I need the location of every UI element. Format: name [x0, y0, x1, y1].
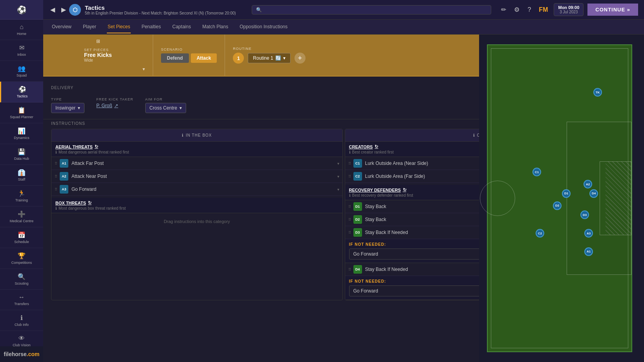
set-pieces-name: Free Kicks — [84, 52, 112, 58]
tactics-icon: ⚽ — [18, 86, 26, 93]
schedule-label: Schedule — [14, 240, 29, 244]
subnav-item-match-plans[interactable]: Match Plans — [201, 21, 229, 33]
player-token-tk[interactable]: TK — [593, 88, 602, 97]
aerial-label-a1: Attack Far Post — [71, 161, 335, 166]
club-icon: ⬡ — [69, 4, 81, 16]
routine-controls: 1 Routine 1 🔄 ▾ + — [233, 53, 510, 64]
taker-link-icon: ↗ — [114, 103, 118, 108]
drag-handle[interactable]: ⠿ — [348, 174, 351, 179]
competitions-label: Competitions — [11, 261, 32, 265]
player-token-a2d4[interactable]: A2 — [584, 180, 592, 188]
aerial-threats-label: AERIAL THREATS ↻ — [55, 144, 338, 149]
player-token-a1[interactable]: A1 — [584, 247, 593, 256]
player-token-c1[interactable]: C1 — [532, 168, 541, 176]
routine-name-button[interactable]: Routine 1 🔄 ▾ — [248, 53, 290, 63]
sidebar-item-scouting[interactable]: 🔍Scouting — [0, 269, 43, 290]
staff-label: Staff — [18, 177, 25, 181]
sidebar-item-inbox[interactable]: ✉Inbox — [0, 40, 43, 61]
sidebar-item-staff[interactable]: 👔Staff — [0, 165, 43, 186]
set-pieces-dropdown-arrow[interactable]: ▾ — [143, 66, 145, 72]
scenario-section: SCENARIO Defend Attack — [153, 35, 225, 76]
set-pieces-info: SET PIECES Free Kicks Wide — [84, 48, 112, 62]
drag-handle[interactable]: ⠿ — [55, 174, 57, 179]
sidebar-item-data-hub[interactable]: 💾Data Hub — [0, 144, 43, 165]
type-select[interactable]: Inswinger ▾ — [51, 103, 84, 113]
help-icon[interactable]: ⚙ — [512, 4, 521, 15]
sidebar-item-tactics[interactable]: ⚽Tactics — [0, 82, 43, 102]
training-label: Training — [15, 198, 28, 202]
drag-handle[interactable]: ⠿ — [55, 161, 57, 166]
sidebar-item-transfers[interactable]: ↔Transfers — [0, 290, 43, 310]
search-wrap: 🔍 — [252, 5, 492, 15]
box-threats-hint: ℹ Most dangerous box threat ranked first — [55, 206, 338, 210]
transfers-icon: ↔ — [18, 294, 25, 301]
box-threats-empty: Drag instructions into this category — [51, 213, 342, 230]
aerial-dropdown-a3[interactable]: ▾ — [337, 187, 339, 192]
routine-add-button[interactable]: + — [295, 53, 306, 64]
box-threats-refresh-icon[interactable]: ↻ — [88, 200, 91, 205]
recovery-refresh-icon[interactable]: ↻ — [403, 187, 406, 192]
data-hub-icon: 💾 — [18, 148, 26, 155]
drag-handle[interactable]: ⠿ — [348, 230, 351, 235]
badge-a2: A2 — [60, 172, 68, 181]
scenario-defend-button[interactable]: Defend — [161, 53, 189, 63]
delivery-aim-field: AIM FOR Cross Centre ▾ — [145, 97, 187, 113]
back-button[interactable]: ◀ — [47, 4, 58, 15]
continue-button[interactable]: CONTINUE » — [587, 4, 638, 16]
edit-icon[interactable]: ✏ — [499, 4, 508, 15]
sidebar-item-competitions[interactable]: 🏆Competitions — [0, 248, 43, 269]
sidebar-item-squad-planner[interactable]: 📋Squad Planner — [0, 102, 43, 123]
creators-refresh-icon[interactable]: ↻ — [375, 144, 378, 149]
sidebar-item-squad[interactable]: 👥Squad — [0, 61, 43, 82]
aerial-threats-refresh-icon[interactable]: ↻ — [95, 144, 98, 149]
subnav: OverviewPlayerSet PiecesPenaltiesCaptain… — [43, 20, 644, 35]
player-token-d2[interactable]: D2 — [553, 201, 562, 210]
inbox-icon: ✉ — [19, 44, 24, 51]
subnav-item-penalties[interactable]: Penalties — [141, 21, 161, 33]
subnav-item-opposition[interactable]: Opposition Instructions — [239, 21, 288, 33]
subnav-item-captains[interactable]: Captains — [172, 21, 192, 33]
drag-handle[interactable]: ⠿ — [348, 205, 351, 209]
scenario-attack-button[interactable]: Attack — [191, 53, 217, 63]
drag-handle[interactable]: ⠿ — [348, 218, 351, 222]
sidebar-item-medical-centre[interactable]: ➕Medical Centre — [0, 207, 43, 227]
aerial-rows: ⠿ A1 Attack Far Post ▾ ⠿ A2 Attack Near … — [51, 157, 342, 196]
subnav-item-set-pieces[interactable]: Set Pieces — [107, 21, 131, 33]
drag-handle[interactable]: ⠿ — [55, 187, 57, 192]
aim-select[interactable]: Cross Centre ▾ — [145, 103, 187, 113]
player-token-a3[interactable]: A3 — [584, 229, 593, 238]
player-token-d4[interactable]: D4 — [589, 189, 598, 198]
drag-handle[interactable]: ⠿ — [348, 267, 351, 272]
sidebar-item-training[interactable]: 🏃Training — [0, 186, 43, 207]
sidebar-item-club-info[interactable]: ℹClub Info — [0, 310, 43, 331]
footer-logo-area: filehorse.com — [0, 346, 43, 362]
player-token-d1[interactable]: D1 — [562, 189, 571, 198]
player-token-c2[interactable]: C2 — [536, 229, 544, 238]
home-label: Home — [17, 32, 26, 36]
aerial-dropdown-a1[interactable]: ▾ — [337, 161, 339, 166]
routine-label: ROUTINE — [233, 47, 510, 51]
info-icon[interactable]: ? — [525, 4, 533, 15]
forward-button[interactable]: ▶ — [58, 4, 69, 15]
medical-centre-icon: ➕ — [18, 210, 26, 218]
squad-label: Squad — [16, 73, 27, 77]
sidebar-item-home[interactable]: ⌂Home — [0, 20, 43, 40]
schedule-icon: 📅 — [18, 231, 26, 239]
aerial-dropdown-a2[interactable]: ▾ — [337, 174, 339, 179]
subnav-item-player[interactable]: Player — [82, 21, 97, 33]
type-label: TYPE — [51, 97, 84, 101]
set-pieces-icon: ⊞ — [96, 38, 100, 44]
badge-c1: C1 — [353, 159, 362, 168]
player-token-d3[interactable]: D3 — [580, 210, 589, 219]
sidebar-item-dynamics[interactable]: 📊Dynamics — [0, 123, 43, 144]
search-input[interactable] — [264, 7, 487, 13]
sidebar-item-schedule[interactable]: 📅Schedule — [0, 227, 43, 248]
drag-handle[interactable]: ⠿ — [348, 161, 351, 166]
subnav-item-overview[interactable]: Overview — [51, 21, 72, 33]
sidebar: ⚽ ⌂Home✉Inbox👥Squad⚽Tactics📋Squad Planne… — [0, 0, 43, 362]
taker-label: FREE KICK TAKER — [96, 97, 133, 101]
aerial-threats-divider: AERIAL THREATS ↻ ℹ Most dangerous aerial… — [51, 142, 342, 157]
training-icon: 🏃 — [18, 190, 26, 197]
topbar: ◀ ▶ ⬡ Tactics 5th in English Premier Div… — [43, 0, 644, 20]
taker-button[interactable]: P. Groß ↗ — [96, 103, 133, 108]
